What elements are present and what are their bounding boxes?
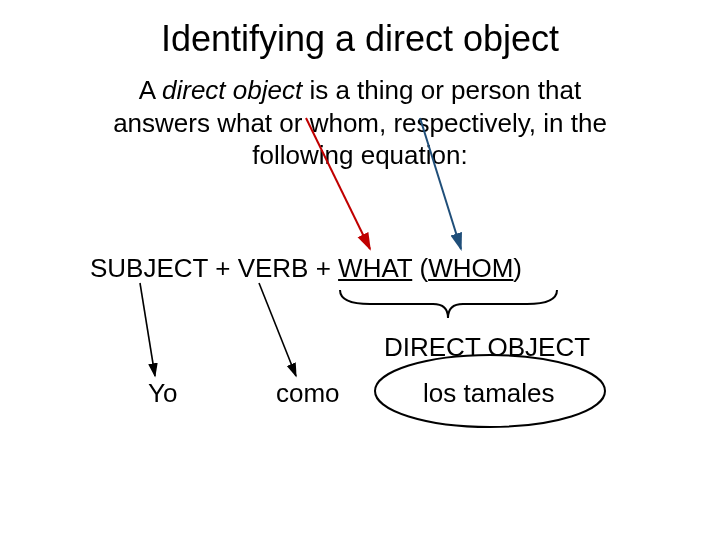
example-verb: como	[276, 378, 340, 409]
equation-line: SUBJECT + VERB + WHAT (WHOM)	[90, 253, 522, 284]
slide-title: Identifying a direct object	[0, 18, 720, 60]
eq-lparen: (	[419, 253, 428, 283]
arrow-verb-to-como	[259, 283, 296, 376]
def-term: direct object	[162, 75, 302, 105]
def-pre: A	[139, 75, 162, 105]
eq-what: WHAT	[338, 253, 412, 283]
eq-whom: WHOM	[428, 253, 513, 283]
direct-object-label: DIRECT OBJECT	[384, 332, 590, 363]
example-subject: Yo	[148, 378, 177, 409]
eq-verb: VERB	[238, 253, 309, 283]
arrow-subject-to-yo	[140, 283, 155, 376]
definition-text: A direct object is a thing or person tha…	[90, 74, 630, 172]
eq-plus1: +	[208, 253, 238, 283]
brace-direct-object	[340, 290, 557, 318]
example-object: los tamales	[423, 378, 555, 409]
eq-subject: SUBJECT	[90, 253, 208, 283]
eq-rparen: )	[513, 253, 522, 283]
eq-plus2: +	[308, 253, 338, 283]
